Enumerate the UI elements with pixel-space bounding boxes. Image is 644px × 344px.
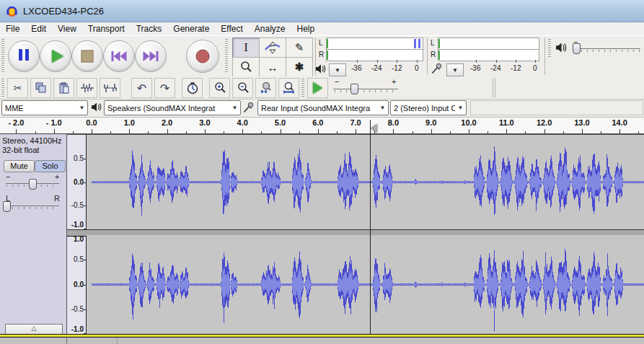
mute-button[interactable]: Mute [4, 160, 35, 172]
ruler-tick [242, 129, 243, 133]
transport-toolbar-grip[interactable] [1, 39, 4, 74]
playback-meter-right-bar[interactable] [326, 49, 423, 61]
menu-generate[interactable]: Generate [167, 23, 215, 35]
zoom-out-button[interactable] [232, 78, 253, 98]
title-bar[interactable]: LXCOED434-PC26 [0, 0, 644, 22]
toolbar-row-1: I ✎ ↔ ✱ L R [0, 35, 644, 77]
menu-tracks[interactable]: Tracks [131, 23, 168, 35]
menu-effect[interactable]: Effect [215, 23, 248, 35]
playback-meter-left-label: L [319, 39, 323, 47]
ruler-tick [431, 129, 432, 133]
pause-button[interactable] [8, 40, 40, 72]
transcription-toolbar-grip[interactable] [301, 79, 304, 97]
paste-button[interactable] [53, 78, 74, 98]
play-at-speed-button[interactable] [307, 78, 328, 98]
speed-slider-thumb[interactable] [350, 84, 358, 94]
amplitude-tick [84, 182, 86, 183]
selection-tool-button[interactable]: I [232, 38, 260, 58]
chevron-down-icon: ▼ [76, 105, 87, 111]
playback-scale--24: -24 [371, 64, 381, 72]
meter-tick [397, 60, 397, 63]
play-button[interactable] [40, 40, 71, 72]
zoom-in-button[interactable] [209, 78, 230, 98]
stop-button[interactable] [71, 40, 103, 72]
undo-button[interactable]: ↶ [131, 78, 152, 98]
output-volume-slider[interactable] [574, 48, 640, 49]
recording-meter-right-bar[interactable] [438, 49, 539, 61]
envelope-tool-button[interactable] [259, 38, 286, 58]
playback-meter-dropdown[interactable]: ▼ [329, 63, 346, 76]
separator [495, 78, 495, 97]
recording-scale-0: 0 [533, 64, 537, 72]
playback-device-select[interactable]: Speakers (SoundMAX Integrat ▼ [104, 100, 241, 115]
time-shift-tool-button[interactable]: ↔ [259, 57, 286, 77]
record-button[interactable] [186, 40, 219, 73]
pan-slider-thumb[interactable] [3, 201, 11, 212]
pan-slider-ticks [6, 207, 58, 209]
pan-slider[interactable] [6, 206, 59, 206]
recording-device-select[interactable]: Rear Input (SoundMAX Integra ▼ [257, 100, 389, 115]
ruler-tick [318, 129, 319, 133]
ruler-label: 10.0 [461, 118, 476, 127]
amplitude-label: -0.5 [71, 305, 84, 313]
time-shift-tool-icon: ↔ [268, 61, 278, 74]
redo-button[interactable]: ↷ [154, 78, 175, 98]
speed-slider-max-label: + [392, 77, 396, 86]
timeline-ruler[interactable]: - 2.0- 1.00.01.02.03.04.05.06.07.08.09.0… [0, 118, 644, 134]
ruler-label: 13.0 [574, 118, 589, 127]
waveform-channel-2[interactable] [87, 235, 644, 334]
fit-project-icon [282, 81, 296, 94]
ruler-tick [205, 129, 206, 133]
menu-file[interactable]: File [0, 23, 25, 35]
sync-lock-button[interactable] [182, 78, 203, 98]
clock-icon [186, 81, 199, 94]
ruler-tick [261, 131, 262, 133]
zoom-tool-button[interactable] [232, 57, 260, 77]
playhead-marker-icon[interactable] [371, 124, 377, 133]
skip-to-start-button[interactable] [103, 40, 135, 72]
trim-audio-button[interactable] [76, 78, 97, 98]
waveform-channel-1[interactable] [87, 135, 644, 229]
amplitude-tick [84, 309, 86, 310]
cut-button[interactable]: ✂ [7, 78, 28, 98]
recording-meter-dropdown[interactable]: ▼ [446, 63, 464, 76]
fit-project-button[interactable] [278, 78, 299, 98]
track-control-panel[interactable]: Stereo, 44100Hz 32-bit float Mute Solo −… [0, 134, 67, 334]
ruler-tick [148, 131, 149, 133]
meter-tick [377, 60, 378, 63]
output-volume-slider-thumb[interactable] [573, 43, 581, 54]
fit-selection-button[interactable] [255, 78, 276, 98]
speed-slider[interactable] [333, 89, 398, 89]
recording-meter-left-bar[interactable] [438, 38, 539, 50]
audio-host-select[interactable]: MME ▼ [1, 100, 88, 115]
menu-transport[interactable]: Transport [82, 23, 131, 35]
recording-channels-select[interactable]: 2 (Stereo) Input C ▼ [390, 100, 467, 115]
audio-host-value: MME [2, 104, 76, 113]
fit-selection-icon [259, 81, 273, 94]
speed-slider-ticks [335, 90, 398, 92]
meter-tick [516, 60, 516, 63]
gain-min-label: − [6, 172, 10, 181]
vertical-scale-channel-1[interactable]: 0.50.0-0.5-1.0 [67, 135, 87, 229]
tools-toolbar-grip[interactable] [225, 39, 228, 74]
silence-audio-button[interactable] [100, 78, 120, 98]
menu-view[interactable]: View [52, 23, 82, 35]
vertical-scale-channel-2[interactable]: 1.00.50.0-0.5-1.0 [67, 235, 87, 334]
skip-to-end-button[interactable] [135, 40, 167, 72]
gain-slider-thumb[interactable] [29, 179, 37, 190]
menu-help[interactable]: Help [291, 23, 321, 35]
meter-level [327, 39, 328, 48]
draw-tool-button[interactable]: ✎ [286, 38, 313, 58]
menu-edit[interactable]: Edit [25, 23, 52, 35]
collapse-track-button[interactable]: △ [5, 324, 63, 335]
copy-button[interactable] [30, 78, 51, 98]
recording-device-value: Rear Input (SoundMAX Integra [258, 104, 377, 113]
multi-tool-button[interactable]: ✱ [286, 57, 313, 77]
playback-meter-left-bar[interactable] [326, 38, 423, 50]
ruler-tick [582, 129, 583, 133]
meter-tick [357, 60, 358, 63]
edit-toolbar-grip[interactable] [1, 79, 4, 97]
menu-analyze[interactable]: Analyze [249, 23, 291, 35]
mixer-toolbar-grip[interactable] [548, 39, 551, 58]
solo-button[interactable]: Solo [35, 160, 66, 172]
